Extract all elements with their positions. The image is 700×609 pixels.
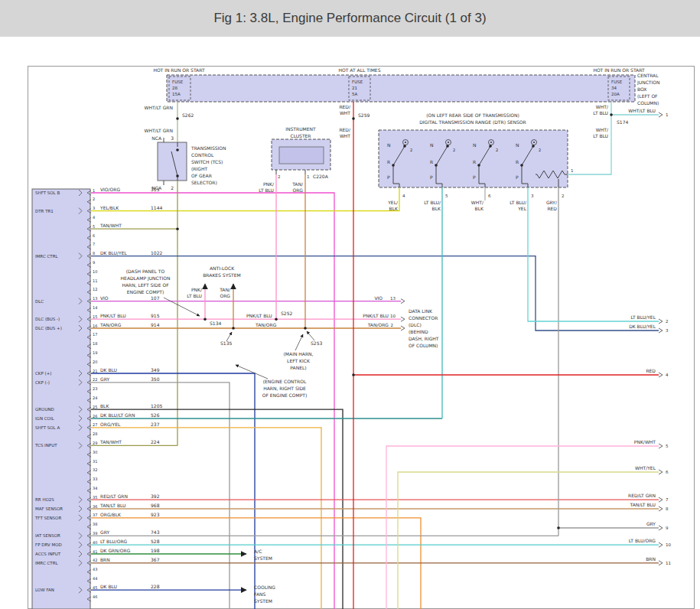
pcm-pin-number: 26 <box>93 414 97 418</box>
annotation-label: (ON LEFT REAR SIDE OF TRANSMISSION) <box>426 112 519 118</box>
dtr-pin-number: 3 <box>531 194 534 198</box>
annotation-label: TAN/ORG <box>255 322 277 327</box>
figure-title-bar: Fig 1: 3.8L, Engine Performance Circuit … <box>0 0 700 37</box>
annotation-label: DATA LINK <box>409 308 433 314</box>
splice-dot <box>275 318 278 321</box>
wire-color-label: RED <box>547 206 557 211</box>
fuse-label: FUSE <box>352 80 363 84</box>
circuit-number-label: 392 <box>151 493 160 499</box>
annotation-label: 1 <box>307 174 310 179</box>
annotation-label: 13 <box>390 296 396 301</box>
annotation-label: DASH, RIGHT <box>409 336 439 341</box>
pcm-pin-number: 46 <box>93 594 97 599</box>
pcm-pin-number: 24 <box>93 396 97 400</box>
pcm-terminal-label: IMRC CTRL <box>35 254 59 259</box>
wire-color-label: TAN/ORG <box>99 322 122 327</box>
right-pin-number: 3 <box>666 328 669 333</box>
right-pin-number: 11 <box>666 561 671 565</box>
annotation-label: TAN/ <box>291 181 304 187</box>
annotation-label: VIO <box>374 295 383 301</box>
pcm-pin-number: 9 <box>93 260 95 265</box>
right-pin-number: 7 <box>666 497 669 502</box>
pcm-pin-number: 33 <box>93 477 97 481</box>
pcm-pin-number: 34 <box>93 486 97 490</box>
splice-dot <box>532 145 535 148</box>
central-junction-box <box>167 75 635 102</box>
fuse-number: 28 <box>172 86 177 90</box>
pcm-pin-number: 27 <box>93 422 97 427</box>
figure-title: Fig 1: 3.8L, Engine Performance Circuit … <box>213 11 486 26</box>
annotation-label: LT BLU <box>259 187 274 193</box>
splice-dot <box>176 227 179 230</box>
pcm-pin-number: 4 <box>93 215 95 220</box>
annotation-label: WHT <box>340 133 350 138</box>
circuit-number-label: 743 <box>151 529 160 535</box>
annotation-label: SYSTEM <box>254 598 272 604</box>
wire-color-label: BLK <box>389 206 399 211</box>
circuit-number-label: 914 <box>151 322 160 327</box>
right-pin-number: 5 <box>666 444 669 448</box>
pcm-pin-number: 44 <box>93 576 97 581</box>
pcm-pin-number: 23 <box>93 386 97 391</box>
pcm-terminal-label: DLC (BUS +) <box>35 326 62 331</box>
wiring-diagram-page: { "header": { "title": "Fig 1: 3.8L, Eng… <box>0 0 700 609</box>
dtr-pin-number: 5 <box>445 194 448 198</box>
annotation-label: HOT IN RUN OR START <box>593 67 645 73</box>
pcm-terminal-label: TFT SENSOR <box>34 516 61 520</box>
circuit-number-label: 224 <box>151 439 160 445</box>
pcm-pin-number: 12 <box>93 287 97 291</box>
pcm-pin-number: 40 <box>93 540 97 545</box>
wire-color-label: BLK <box>100 403 109 409</box>
pcm-pin-number: 22 <box>93 377 97 382</box>
dtr-contact-p-label: P <box>473 174 476 180</box>
wire-color-label: DK BLU <box>100 367 117 373</box>
wire-color-label: TAN/WHT <box>99 439 122 445</box>
dtr-contact-n-label: N <box>430 142 434 148</box>
annotation-label: SWITCH (TCS) <box>191 159 223 164</box>
dtr-switch-center-dot <box>490 142 492 143</box>
annotation-label: HEADLAMP JUNCTION <box>121 275 171 282</box>
dtr-pin-number: 6 <box>488 194 491 198</box>
pcm-pin-number: 39 <box>93 531 97 536</box>
pcm-terminal-label: IMRC CTRL <box>35 561 59 565</box>
pcm-pin-number: 32 <box>93 467 97 472</box>
annotation-label: WHT/ <box>596 127 609 132</box>
annotation-label: (MAIN HARN, <box>284 351 314 357</box>
annotation-label: TRANSMISSION <box>190 145 226 151</box>
circuit-number-label: 198 <box>151 548 160 553</box>
right-pin-number: 10 <box>666 542 671 547</box>
circuit-number-label: 228 <box>151 584 160 589</box>
dtr-contact-n-label: N <box>516 142 519 148</box>
wire-color-label: GRY/ <box>546 200 558 205</box>
annotation-label: (BEHIND <box>409 329 428 334</box>
wire-color-label: VIO/ORG <box>100 187 121 192</box>
wire-color-label: VIO <box>100 295 109 301</box>
annotation-label: ORG <box>292 187 303 193</box>
wire-color-label: RED/LT GRN <box>628 493 656 498</box>
pcm-terminal-label: CKP (+) <box>35 371 51 376</box>
annotation-label: HOT AT ALL TIMES <box>339 67 381 73</box>
annotation-label: (RIGHT <box>191 166 207 171</box>
wire-color-label: ORG/BLK <box>100 512 122 517</box>
wiring-diagram: NRP2NRP2NRP2NRP24YEL/BLK5LT BLU/BLK6WHT/… <box>28 66 695 609</box>
annotation-label: COOLING <box>254 585 275 590</box>
right-pin-number: 6 <box>666 470 669 474</box>
annotation-label: INSTRUMENT <box>285 126 316 132</box>
annotation-label: SYSTEM <box>254 555 272 561</box>
annotation-label: LEFT KICK <box>287 358 311 363</box>
right-pin-number: 1 <box>666 112 669 117</box>
wire-color-label: RED <box>646 368 656 373</box>
circuit-number-label: 350 <box>151 376 160 382</box>
splice-dot <box>446 145 449 148</box>
annotation-label: (ENGINE CONTROL <box>263 379 307 384</box>
pcm-pin-number: 25 <box>93 405 97 409</box>
annotation-label: PANEL) <box>290 365 306 370</box>
pcm-terminal-label: SHFT SOL A <box>35 425 60 430</box>
dtr-contact-r-label: R <box>430 159 433 164</box>
annotation-label: 3 <box>171 135 174 141</box>
annotation-label: COLUMN) <box>637 100 659 106</box>
pcm-pin-number: 41 <box>93 549 97 554</box>
wire-color-label: GRY <box>100 529 109 535</box>
annotation-label: NCA <box>151 185 162 191</box>
splice-dot <box>176 174 179 177</box>
